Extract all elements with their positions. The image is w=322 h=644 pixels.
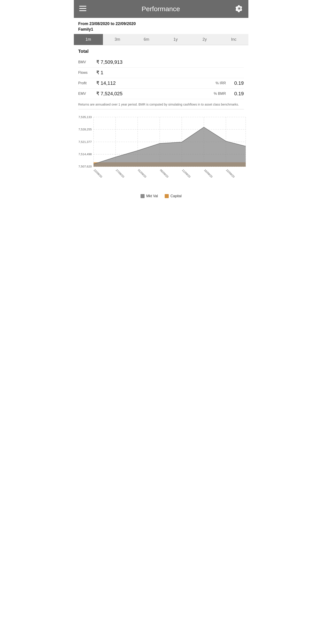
main-content: Total BMV ₹ 7,509,913 Flows ₹ 1 Profit ₹… <box>74 45 248 109</box>
tab-inc[interactable]: Inc <box>219 34 248 45</box>
tab-2y[interactable]: 2y <box>190 34 219 45</box>
y-label-5: 7,535,133 <box>78 116 92 119</box>
x-label-6: 22/09/20 <box>225 168 235 178</box>
x-label-4: 11/09/20 <box>181 168 191 178</box>
date-family-section: From 23/08/2020 to 22/09/2020 Family1 <box>74 18 248 34</box>
emv-row: EMV ₹ 7,524,025 % BMR 0.19 <box>78 88 244 99</box>
mkt-val-area <box>94 127 246 167</box>
svg-rect-0 <box>79 6 86 7</box>
tab-1m[interactable]: 1m <box>74 34 103 45</box>
bmv-value: ₹ 7,509,913 <box>96 59 123 65</box>
bmr-section: % BMR 0.19 <box>214 91 244 96</box>
date-range: From 23/08/2020 to 22/09/2020 <box>78 22 244 26</box>
legend-capital: Capital <box>165 194 182 198</box>
family-name: Family1 <box>78 27 244 32</box>
y-label-3: 7,521,377 <box>78 140 92 144</box>
capital-legend-box <box>165 194 169 198</box>
irr-value: 0.19 <box>230 80 244 86</box>
disclaimer-text: Returns are annualised over 1 year perio… <box>78 99 244 109</box>
emv-label: EMV <box>78 92 96 96</box>
y-label-2: 7,514,498 <box>78 152 92 156</box>
flows-value: ₹ 1 <box>96 70 103 76</box>
y-label-1: 7,507,620 <box>78 165 92 168</box>
mkt-val-legend-label: Mkt Val <box>146 194 158 198</box>
flows-label: Flows <box>78 71 96 75</box>
bmr-label: % BMR <box>214 92 226 96</box>
tab-3m[interactable]: 3m <box>103 34 132 45</box>
profit-label: Profit <box>78 81 96 85</box>
svg-rect-2 <box>79 10 86 11</box>
x-label-0: 22/08/20 <box>93 168 103 178</box>
capital-legend-label: Capital <box>171 194 182 198</box>
x-label-2: 01/09/20 <box>137 168 147 178</box>
x-label-1: 27/08/20 <box>115 168 125 178</box>
section-title: Total <box>78 49 244 54</box>
x-label-5: 16/09/20 <box>203 168 213 178</box>
tab-6m[interactable]: 6m <box>132 34 161 45</box>
chart-wrap: .grid-line { stroke: #ccc; stroke-dashar… <box>76 113 246 192</box>
flows-row: Flows ₹ 1 <box>78 68 244 78</box>
profit-row[interactable]: Profit ₹ 14,112 % IRR 0.19 › <box>78 78 244 88</box>
app-header: Performance <box>74 0 248 18</box>
period-tabs: 1m 3m 6m 1y 2y Inc <box>74 34 248 45</box>
emv-value: ₹ 7,524,025 <box>96 91 123 96</box>
chart-legend: Mkt Val Capital <box>76 194 246 202</box>
legend-mkt-val: Mkt Val <box>141 194 158 198</box>
hamburger-icon[interactable] <box>79 6 86 12</box>
bmv-label: BMV <box>78 60 96 64</box>
profit-value: ₹ 14,112 <box>96 80 116 86</box>
y-label-4: 7,528,255 <box>78 128 92 131</box>
bmv-row: BMV ₹ 7,509,913 <box>78 57 244 68</box>
svg-rect-1 <box>79 8 86 9</box>
performance-chart: .grid-line { stroke: #ccc; stroke-dashar… <box>76 113 246 191</box>
gear-icon[interactable] <box>235 5 243 13</box>
chart-container: .grid-line { stroke: #ccc; stroke-dashar… <box>74 109 248 202</box>
page-title: Performance <box>142 5 180 13</box>
profit-detail-chevron[interactable]: › <box>242 80 244 86</box>
tab-1y[interactable]: 1y <box>161 34 190 45</box>
irr-section: % IRR 0.19 <box>215 80 244 86</box>
x-axis-labels: 22/08/20 27/08/20 01/09/20 06/09/20 11/0… <box>93 168 235 178</box>
x-label-3: 06/09/20 <box>159 168 169 178</box>
bmr-value: 0.19 <box>230 91 244 96</box>
irr-label: % IRR <box>215 81 226 85</box>
mkt-val-legend-box <box>141 194 145 198</box>
